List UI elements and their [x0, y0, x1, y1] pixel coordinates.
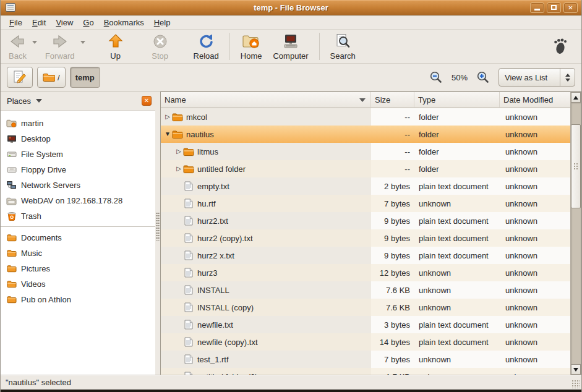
reload-button[interactable]: Reload: [188, 30, 225, 62]
sidebar-item-pub-on-athlon[interactable]: Pub on Athlon: [1, 292, 155, 307]
computer-icon: [282, 32, 299, 51]
scrollbar-thumb[interactable]: [571, 124, 581, 208]
menu-item[interactable]: Go: [78, 16, 98, 29]
table-row[interactable]: test_1.rtf 7 bytes unknown unknown: [161, 351, 570, 368]
network-icon: [6, 181, 17, 190]
menu-item[interactable]: File: [4, 16, 27, 29]
gnome-foot-throbber-icon: [550, 36, 571, 57]
forward-button[interactable]: Forward: [40, 30, 80, 62]
close-button[interactable]: ✕: [563, 2, 578, 13]
sidebar-item-trash[interactable]: Trash: [1, 208, 155, 224]
table-row[interactable]: hu.rtf 7 bytes unknown unknown: [161, 195, 570, 212]
table-row[interactable]: hurz2 x.txt 9 bytes plain text document …: [161, 247, 570, 264]
expander-icon[interactable]: ▷: [174, 160, 183, 177]
file-browser-window: temp - File Browser ✕ FileEditViewGoBook…: [0, 0, 582, 392]
table-row[interactable]: ▼ nautilus -- folder unknown: [161, 126, 570, 143]
sidebar-item-music[interactable]: Music: [1, 245, 155, 261]
reload-icon: [197, 32, 215, 51]
sidebar-item-documents[interactable]: Documents: [1, 230, 155, 245]
sidebar-item-pictures[interactable]: Pictures: [1, 261, 155, 276]
table-row[interactable]: empty.txt 2 bytes plain text document un…: [161, 177, 570, 195]
home-button[interactable]: Home: [235, 30, 268, 62]
maximize-button[interactable]: [547, 2, 561, 13]
zoom-in-button[interactable]: [476, 70, 490, 84]
table-row[interactable]: ▷ litmus -- folder unknown: [161, 143, 570, 160]
forward-history-dropdown-icon[interactable]: [80, 41, 85, 44]
scrollbar-trough[interactable]: [571, 103, 581, 364]
search-button[interactable]: Search: [325, 30, 361, 62]
cell-date-modified: unknown: [500, 299, 570, 316]
column-header-date-modified[interactable]: Date Modified: [500, 92, 570, 108]
resize-grip[interactable]: [571, 380, 580, 388]
places-selector[interactable]: Places ✕: [1, 92, 155, 110]
column-header-size[interactable]: Size: [371, 92, 414, 108]
folder-icon: [6, 279, 17, 289]
expander-icon[interactable]: ▼: [163, 126, 172, 143]
cell-size: 7.6 KB: [371, 299, 414, 316]
expander-icon[interactable]: ▷: [174, 143, 183, 160]
up-button[interactable]: Up: [101, 30, 130, 62]
column-header-name[interactable]: Name: [161, 92, 371, 108]
table-row[interactable]: newfile (copy).txt 14 bytes plain text d…: [161, 333, 570, 351]
table-row[interactable]: ▷ untitled folder -- folder unknown: [161, 160, 570, 177]
menu-item[interactable]: Edit: [27, 16, 51, 29]
edit-location-button[interactable]: [7, 67, 33, 88]
toolbar: Back Forward Up Stop Reload: [1, 30, 581, 64]
table-row[interactable]: hurz3 12 bytes unknown unknown: [161, 264, 570, 281]
stop-button[interactable]: Stop: [146, 30, 174, 62]
root-path-button[interactable]: /: [37, 67, 66, 88]
remote-share-icon: [6, 196, 17, 206]
vertical-scrollbar[interactable]: [570, 92, 581, 375]
cell-size: 12 bytes: [371, 264, 414, 281]
menu-item[interactable]: Bookmarks: [99, 16, 149, 29]
toolbar-separator: [319, 33, 320, 60]
zoom-out-button[interactable]: [429, 70, 443, 84]
back-button[interactable]: Back: [3, 30, 32, 62]
table-row[interactable]: ▷ mkcol -- folder unknown: [161, 108, 570, 126]
sidebar-item-videos[interactable]: Videos: [1, 276, 155, 292]
file-name: hurz3: [197, 268, 218, 278]
sidebar-item-webdav[interactable]: WebDAV on 192.168.178.28: [1, 193, 155, 208]
table-row[interactable]: hurz2 (copy).txt 9 bytes plain text docu…: [161, 229, 570, 247]
table-row[interactable]: INSTALL 7.6 KB unknown unknown: [161, 281, 570, 299]
sidebar-separator: [1, 226, 155, 227]
sidebar-item-floppy-drive[interactable]: Floppy Drive: [1, 162, 155, 177]
folder-icon: [172, 130, 183, 139]
cell-size: --: [371, 126, 414, 143]
table-row[interactable]: newfile.txt 3 bytes plain text document …: [161, 316, 570, 333]
table-row[interactable]: untitled folder (2) 1.7 KB unknown unkno…: [161, 368, 570, 375]
cell-name: test_1.rtf: [161, 351, 371, 368]
folder-icon: [6, 264, 17, 274]
scroll-down-button[interactable]: [571, 364, 581, 375]
pane-splitter[interactable]: [155, 92, 160, 375]
cell-date-modified: unknown: [500, 247, 570, 264]
back-history-dropdown-icon[interactable]: [32, 41, 37, 44]
computer-button[interactable]: Computer: [267, 30, 314, 62]
cell-name: ▷ untitled folder: [161, 160, 371, 177]
sidebar-item-network-servers[interactable]: Network Servers: [1, 177, 155, 193]
cell-name: newfile (copy).txt: [161, 333, 371, 351]
up-icon: [107, 32, 124, 51]
file-icon: [183, 198, 194, 208]
titlebar[interactable]: temp - File Browser ✕: [1, 0, 581, 15]
menu-item[interactable]: Help: [149, 16, 176, 29]
file-name: mkcol: [186, 113, 207, 122]
expander-icon[interactable]: ▷: [163, 108, 172, 126]
sidebar-item-martin[interactable]: martin: [1, 116, 155, 131]
scroll-up-button[interactable]: [571, 92, 581, 103]
file-icon: [183, 285, 194, 295]
table-row[interactable]: INSTALL (copy) 7.6 KB unknown unknown: [161, 299, 570, 316]
cell-name: hurz3: [161, 264, 371, 281]
sidebar-close-button[interactable]: ✕: [142, 96, 152, 106]
view-mode-select[interactable]: View as List: [499, 68, 575, 87]
minimize-button[interactable]: [530, 2, 544, 13]
column-header-type[interactable]: Type: [414, 92, 500, 108]
cell-type: unknown: [414, 195, 500, 212]
sidebar-item-file-system[interactable]: File System: [1, 147, 155, 162]
menu-item[interactable]: View: [51, 16, 78, 29]
table-row[interactable]: hurz2.txt 9 bytes plain text document un…: [161, 212, 570, 229]
cell-type: plain text document: [414, 212, 500, 229]
stop-icon: [152, 32, 169, 51]
current-path-button[interactable]: temp: [70, 67, 100, 88]
sidebar-item-desktop[interactable]: Desktop: [1, 131, 155, 147]
